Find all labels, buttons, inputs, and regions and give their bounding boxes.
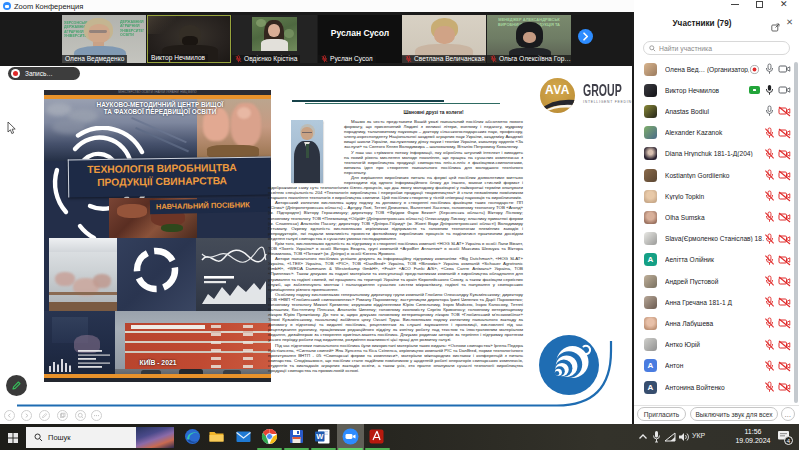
svg-text:W: W	[316, 432, 324, 441]
